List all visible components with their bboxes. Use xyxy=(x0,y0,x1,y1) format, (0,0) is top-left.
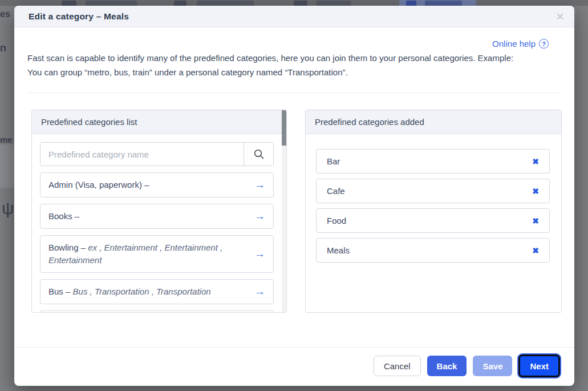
category-label: Bowling – ex , Entertainment , Entertain… xyxy=(48,241,249,267)
background-text-fragment: ψ xyxy=(2,199,14,218)
add-arrow-icon[interactable]: → xyxy=(254,285,265,298)
predefined-category-row[interactable]: Bus – Bus , Transportation , Transportat… xyxy=(40,279,274,304)
add-arrow-icon[interactable]: → xyxy=(254,248,265,260)
category-name: Books – xyxy=(48,211,79,221)
category-label: Admin (Visa, paperwork) – xyxy=(48,179,149,191)
scrollbar[interactable] xyxy=(282,110,286,312)
scrollbar-thumb[interactable] xyxy=(282,110,286,146)
added-category-label: Meals xyxy=(327,245,350,255)
background-row-highlight xyxy=(0,144,14,188)
back-button[interactable]: Back xyxy=(427,356,467,376)
background-nav-icon xyxy=(62,1,76,6)
predefined-category-row-partial[interactable] xyxy=(40,311,274,313)
category-name: Admin (Visa, paperwork) – xyxy=(48,180,149,190)
background-navbar xyxy=(0,0,588,6)
background-nav-icon xyxy=(406,1,416,6)
modal-title: Edit a category – Meals xyxy=(29,11,129,22)
category-suffix: Bus , Transportation , Transportation xyxy=(73,287,211,296)
next-button[interactable]: Next xyxy=(518,354,560,377)
background-nav-icon xyxy=(294,1,307,6)
background-nav-label xyxy=(317,1,351,6)
predefined-category-list: Admin (Visa, paperwork) –→Books –→Bowlin… xyxy=(40,172,274,313)
divider xyxy=(27,92,561,93)
added-category-row: Food✖ xyxy=(316,208,550,233)
predefined-category-row[interactable]: Bowling – ex , Entertainment , Entertain… xyxy=(40,235,274,273)
category-search-input[interactable] xyxy=(40,143,244,166)
category-search-box xyxy=(40,142,274,166)
save-button[interactable]: Save xyxy=(473,356,512,376)
predefined-categories-list-panel: Predefined categories list Admin (Visa, … xyxy=(31,110,287,313)
close-icon[interactable]: × xyxy=(556,10,564,23)
category-label: Books – xyxy=(48,210,79,223)
predefined-category-row[interactable]: Admin (Visa, paperwork) –→ xyxy=(40,172,274,197)
modal-header: Edit a category – Meals × xyxy=(14,6,574,27)
cancel-button[interactable]: Cancel xyxy=(374,356,421,376)
added-category-label: Cafe xyxy=(327,186,345,196)
background-nav-icon xyxy=(174,1,186,6)
background-nav-label xyxy=(425,1,462,6)
added-category-list: Bar✖Cafe✖Food✖Meals✖ xyxy=(316,149,550,263)
modal-description: Fast scan is capable to identify many of… xyxy=(27,51,549,80)
search-icon xyxy=(253,148,265,160)
add-arrow-icon[interactable]: → xyxy=(254,179,265,191)
category-label: Bus – Bus , Transportation , Transportat… xyxy=(48,285,211,298)
left-panel-header: Predefined categories list xyxy=(32,110,286,134)
added-category-row: Meals✖ xyxy=(316,238,550,263)
remove-category-icon[interactable]: ✖ xyxy=(532,216,539,225)
background-nav-label xyxy=(86,1,137,6)
right-panel-title: Predefined categories added xyxy=(315,117,424,127)
help-question-icon: ? xyxy=(539,39,549,49)
category-name: Bowling – xyxy=(48,243,86,252)
category-name: Bus – xyxy=(48,287,70,296)
predefined-category-row[interactable]: Books –→ xyxy=(40,204,274,229)
description-line: You can group “metro, bus, train” under … xyxy=(27,67,348,77)
remove-category-icon[interactable]: ✖ xyxy=(532,246,539,255)
divider xyxy=(14,347,574,348)
description-line: Fast scan is capable to identify many of… xyxy=(27,53,513,63)
online-help-link[interactable]: Online help ? xyxy=(492,39,549,49)
added-category-row: Cafe✖ xyxy=(316,179,550,203)
add-arrow-icon[interactable]: → xyxy=(254,210,265,223)
right-panel-body: Bar✖Cafe✖Food✖Meals✖ xyxy=(306,134,561,313)
background-text-fragment: n xyxy=(0,42,6,54)
remove-category-icon[interactable]: ✖ xyxy=(532,187,539,196)
left-panel-title: Predefined categories list xyxy=(41,117,137,127)
background-text-fragment: es xyxy=(0,9,10,19)
added-category-label: Food xyxy=(327,216,346,225)
modal-footer: Cancel Back Save Next xyxy=(374,354,560,377)
remove-category-icon[interactable]: ✖ xyxy=(532,157,539,166)
search-button[interactable] xyxy=(244,143,273,166)
added-category-row: Bar✖ xyxy=(316,149,550,174)
predefined-categories-added-panel: Predefined categories added Bar✖Cafe✖Foo… xyxy=(305,110,562,313)
right-panel-header: Predefined categories added xyxy=(306,110,561,134)
background-text-fragment: me xyxy=(0,135,13,144)
edit-category-modal: Edit a category – Meals × Online help ? … xyxy=(14,6,574,386)
added-category-label: Bar xyxy=(327,156,340,166)
online-help-label: Online help xyxy=(492,39,536,49)
background-nav-label xyxy=(197,1,254,6)
left-panel-body: Admin (Visa, paperwork) –→Books –→Bowlin… xyxy=(32,134,286,313)
